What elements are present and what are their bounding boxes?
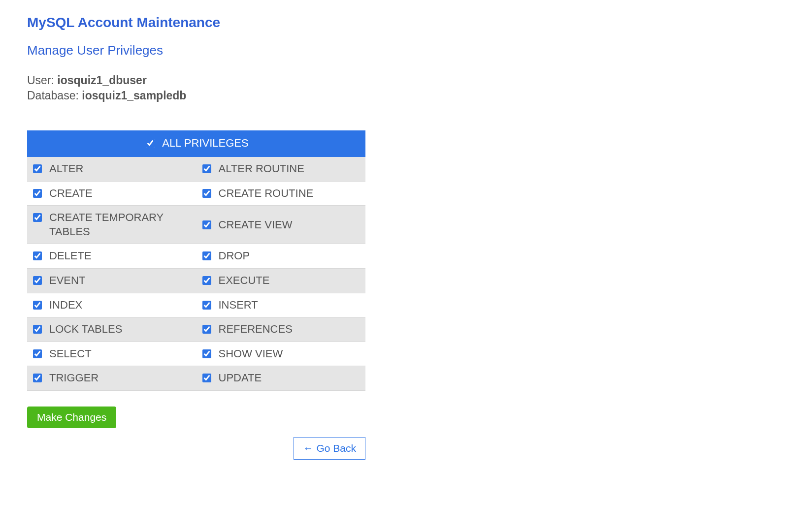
privilege-label: CREATE ROUTINE [219,187,314,201]
privilege-cell[interactable]: EXECUTE [200,274,362,288]
privilege-checkbox[interactable] [202,374,211,382]
privilege-checkbox[interactable] [202,325,211,334]
make-changes-button[interactable]: Make Changes [27,407,116,428]
privilege-label: SHOW VIEW [219,347,283,361]
privilege-row: CREATE TEMPORARY TABLESCREATE VIEW [27,206,365,244]
privilege-checkbox[interactable] [202,301,211,310]
privilege-row: SELECTSHOW VIEW [27,342,365,366]
privilege-label: ALTER [49,162,83,176]
privilege-label: INDEX [49,298,82,313]
privilege-checkbox[interactable] [33,325,42,334]
privilege-label: TRIGGER [49,371,98,385]
privilege-cell[interactable]: ALTER [31,162,193,176]
user-label: User: [27,74,57,87]
privilege-cell[interactable]: REFERENCES [200,322,362,337]
privilege-row: TRIGGERUPDATE [27,366,365,391]
privilege-checkbox[interactable] [202,276,211,285]
privilege-checkbox[interactable] [33,349,42,358]
privilege-row: ALTERALTER ROUTINE [27,157,365,181]
privilege-label: CREATE TEMPORARY TABLES [49,211,193,239]
arrow-left-icon: ← [303,442,313,454]
database-value: iosquiz1_sampledb [82,89,186,102]
privilege-cell[interactable]: UPDATE [200,371,362,385]
privilege-row: INDEXINSERT [27,293,365,317]
page-title: MySQL Account Maintenance [27,15,761,31]
privilege-checkbox[interactable] [33,189,42,198]
privilege-label: CREATE VIEW [219,218,293,232]
all-privileges-checkbox[interactable] [146,139,155,148]
all-privileges-label: ALL PRIVILEGES [162,137,248,150]
privilege-checkbox[interactable] [202,220,211,229]
privilege-cell[interactable]: CREATE ROUTINE [200,187,362,201]
privilege-label: DELETE [49,249,92,263]
user-db-meta: User: iosquiz1_dbuser Database: iosquiz1… [27,73,761,103]
privilege-row: DELETEDROP [27,244,365,269]
database-label: Database: [27,89,82,102]
privilege-checkbox[interactable] [202,189,211,198]
privilege-cell[interactable]: INDEX [31,298,193,313]
user-value: iosquiz1_dbuser [57,74,146,87]
privilege-cell[interactable]: EVENT [31,274,193,288]
privilege-label: EVENT [49,274,85,288]
privilege-cell[interactable]: DELETE [31,249,193,263]
privilege-checkbox[interactable] [33,276,42,285]
privilege-cell[interactable]: DROP [200,249,362,263]
privilege-checkbox[interactable] [33,301,42,310]
privilege-label: INSERT [219,298,258,313]
go-back-button[interactable]: ←Go Back [294,437,365,460]
go-back-label: Go Back [316,442,356,454]
privilege-cell[interactable]: SHOW VIEW [200,347,362,361]
all-privileges-row: ALL PRIVILEGES [27,130,365,157]
privilege-label: DROP [219,249,250,263]
privilege-checkbox[interactable] [33,213,42,222]
privilege-checkbox[interactable] [33,374,42,382]
privilege-row: EVENTEXECUTE [27,269,365,293]
privilege-cell[interactable]: CREATE TEMPORARY TABLES [31,211,193,239]
privilege-cell[interactable]: ALTER ROUTINE [200,162,362,176]
privilege-checkbox[interactable] [33,164,42,173]
privilege-cell[interactable]: SELECT [31,347,193,361]
privilege-row: CREATECREATE ROUTINE [27,181,365,206]
privilege-label: REFERENCES [219,322,293,337]
privilege-label: LOCK TABLES [49,322,122,337]
privilege-checkbox[interactable] [202,349,211,358]
privilege-cell[interactable]: LOCK TABLES [31,322,193,337]
privilege-cell[interactable]: CREATE VIEW [200,218,362,232]
privilege-row: LOCK TABLESREFERENCES [27,317,365,342]
privilege-label: UPDATE [219,371,262,385]
sub-title: Manage User Privileges [27,43,761,58]
privilege-checkbox[interactable] [202,164,211,173]
privilege-label: EXECUTE [219,274,270,288]
privilege-cell[interactable]: INSERT [200,298,362,313]
privilege-checkbox[interactable] [33,251,42,260]
privilege-label: SELECT [49,347,92,361]
privilege-checkbox[interactable] [202,251,211,260]
privilege-label: ALTER ROUTINE [219,162,304,176]
privilege-label: CREATE [49,187,93,201]
privilege-cell[interactable]: TRIGGER [31,371,193,385]
privilege-cell[interactable]: CREATE [31,187,193,201]
privileges-table: ALL PRIVILEGES ALTERALTER ROUTINECREATEC… [27,130,365,391]
